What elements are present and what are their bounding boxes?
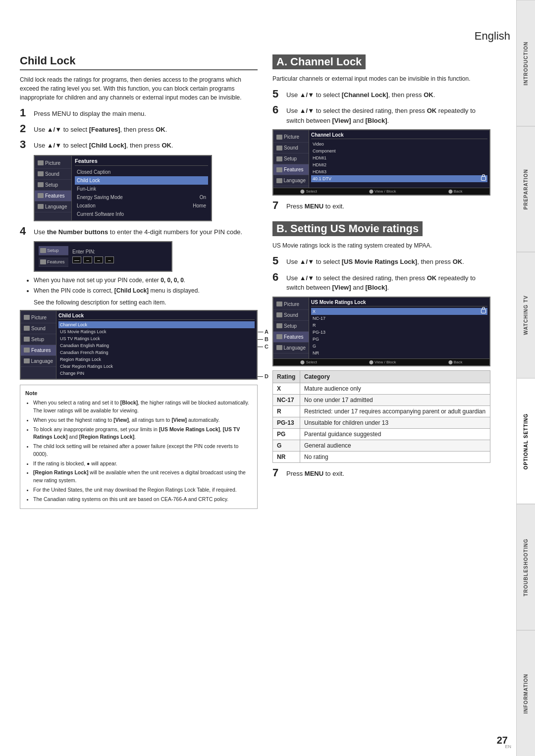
page-sub: EN bbox=[505, 744, 511, 749]
pin-box-1: — bbox=[72, 256, 81, 263]
cl-main: Child Lock Channel Lock US Movie Ratings… bbox=[56, 311, 257, 379]
ch-hdmi2: HDMI2 bbox=[311, 161, 487, 168]
tab-introduction[interactable]: INTRODUCTION bbox=[517, 0, 535, 126]
label-c: — C bbox=[258, 344, 268, 350]
channel-step-6-num: 6 bbox=[272, 104, 286, 116]
child-lock-description: Child lock reads the ratings for program… bbox=[20, 75, 258, 102]
rating-table: Rating Category X Mature audience only N… bbox=[272, 370, 490, 463]
note-list: When you select a rating and set it to [… bbox=[33, 399, 252, 503]
tab-information[interactable]: INFORMATION bbox=[517, 630, 535, 756]
menu-energy: Energy Saving ModeOn bbox=[75, 193, 208, 202]
cl-language: Language bbox=[21, 356, 56, 367]
pin-boxes: — – – – bbox=[72, 256, 167, 263]
chs-setup: Setup bbox=[273, 153, 309, 164]
pin-bullets: When you have not set up your PIN code, … bbox=[34, 276, 258, 295]
pin-box-4: – bbox=[105, 256, 114, 263]
step-1-text: Press MENU to display the main menu. bbox=[34, 107, 146, 119]
tab-watching[interactable]: WATCHING TV bbox=[517, 252, 535, 378]
rating-pg-cell: PG bbox=[273, 428, 300, 440]
category-col-header: Category bbox=[300, 370, 490, 383]
menu-location: LocationHome bbox=[75, 202, 208, 210]
step-1: 1 Press MENU to display the main menu. bbox=[20, 107, 258, 119]
movie-step-6-num: 6 bbox=[272, 271, 286, 283]
step-2-text: Use ▲/▼ to select [Features], then press… bbox=[34, 123, 167, 135]
rating-x: X bbox=[311, 308, 487, 315]
category-g-cell: General audience bbox=[300, 440, 490, 451]
rating-g-cell: G bbox=[273, 440, 300, 451]
rating-r: R bbox=[311, 322, 487, 329]
table-row: R Restricted: under 17 requires accompan… bbox=[273, 405, 490, 417]
menu-child-lock: Child Lock bbox=[75, 176, 208, 185]
ch-hdmi1: HDMI1 bbox=[311, 154, 487, 161]
cl-title: Child Lock bbox=[58, 313, 255, 320]
child-lock-menu-area: Picture Sound Setup Features Language Ch… bbox=[20, 310, 258, 380]
rating-g: G bbox=[311, 343, 487, 350]
category-r-cell: Restricted: under 17 requires accompanyi… bbox=[300, 405, 490, 417]
pin-setup: Setup bbox=[39, 246, 68, 255]
movie-screen-sidebar: Picture Sound Setup Features Language bbox=[273, 298, 309, 358]
rating-r-cell: R bbox=[273, 405, 300, 417]
pin-box-2: – bbox=[83, 256, 92, 263]
channel-step-6-text: Use ▲/▼ to select the desired rating, th… bbox=[286, 104, 490, 125]
cl-clear-region: Clear Region Ratings Lock bbox=[58, 363, 255, 370]
chs-language: Language bbox=[273, 175, 309, 186]
us-movie-screen: Picture Sound Setup Features Language US… bbox=[272, 297, 490, 366]
movie-screen-footer: ⬤ Select ⬤ View / Block ⬤ Back bbox=[273, 358, 489, 365]
channel-step-5-text: Use ▲/▼ to select [Channel Lock], then p… bbox=[286, 88, 435, 100]
cl-picture: Picture bbox=[21, 312, 56, 323]
movie-step-5: 5 Use ▲/▼ to select [US Movie Ratings Lo… bbox=[272, 255, 490, 267]
movie-step-6-text: Use ▲/▼ to select the desired rating, th… bbox=[286, 271, 490, 293]
table-row: PG Parental guidance suggested bbox=[273, 428, 490, 440]
features-screen-sidebar: Picture Sound Setup Features Language bbox=[35, 156, 72, 220]
note-title: Note bbox=[25, 389, 252, 398]
pin-entry-area: Enter PIN: — – – – bbox=[72, 249, 167, 263]
pin-screen: Setup Features Enter PIN: — – – – bbox=[34, 241, 172, 272]
channel-step-5: 5 Use ▲/▼ to select [Channel Lock], then… bbox=[272, 88, 490, 100]
features-menu: Features Closed Caption Child Lock Fun-L… bbox=[72, 156, 211, 220]
channel-screen-sidebar: Picture Sound Setup Features Language bbox=[273, 130, 309, 188]
cl-canadian-english: Canadian English Rating bbox=[58, 342, 255, 349]
movie-screen-title: US Movie Ratings Lock bbox=[311, 300, 487, 306]
sidebar-sound: Sound bbox=[35, 169, 71, 180]
chs-sound: Sound bbox=[273, 143, 309, 153]
rating-pg: PG bbox=[311, 336, 487, 343]
rating-nc17: NC-17 bbox=[311, 315, 487, 322]
step-1-num: 1 bbox=[20, 107, 34, 119]
tab-optional[interactable]: OPTIONAL SETTING bbox=[517, 378, 535, 504]
rating-pg13-cell: PG-13 bbox=[273, 417, 300, 428]
movie-step-7: 7 Press MENU to exit. bbox=[272, 467, 490, 479]
note-2: When you set the highest rating to [View… bbox=[33, 416, 252, 424]
channel-lock-title: A. Channel Lock bbox=[272, 54, 366, 69]
step-4-num: 4 bbox=[20, 225, 34, 237]
features-menu-title: Features bbox=[75, 158, 208, 166]
rating-pg13: PG-13 bbox=[311, 329, 487, 336]
pin-box-3: – bbox=[94, 256, 103, 263]
label-d: — D bbox=[258, 373, 268, 379]
channel-step-5-num: 5 bbox=[272, 88, 286, 100]
channel-screen-main: Channel Lock Video Component HDMI1 HDMI2… bbox=[309, 130, 489, 188]
tab-preparation[interactable]: PREPARATION bbox=[517, 126, 535, 252]
note-6: [Region Ratings Lock] will be available … bbox=[33, 469, 252, 485]
pin-sidebar: Setup Features bbox=[39, 246, 68, 267]
cl-sidebar: Picture Sound Setup Features Language bbox=[21, 311, 56, 379]
step-4: 4 Use the Number buttons to enter the 4-… bbox=[20, 225, 258, 237]
cl-us-tv: US TV Ratings Lock bbox=[58, 335, 255, 342]
channel-screen-footer: ⬤ Select ⬤ View / Block ⬤ Back bbox=[273, 188, 489, 195]
child-lock-title: Child Lock bbox=[20, 54, 258, 70]
sidebar-features: Features bbox=[35, 191, 71, 202]
rating-nr: NR bbox=[311, 350, 487, 356]
channel-lock-desc: Particular channels or external input mo… bbox=[272, 74, 490, 83]
category-nr-cell: No rating bbox=[300, 451, 490, 462]
note-5: If the rating is blocked, ● will appear. bbox=[33, 460, 252, 468]
cl-canadian-french: Canadian French Rating bbox=[58, 349, 255, 356]
note-4: The child lock setting will be retained … bbox=[33, 443, 252, 458]
category-x-cell: Mature audience only bbox=[300, 383, 490, 394]
cl-channel-lock: Channel Lock bbox=[58, 321, 255, 328]
pin-features: Features bbox=[39, 257, 68, 267]
language-label: English bbox=[475, 30, 510, 43]
child-lock-screen: Picture Sound Setup Features Language Ch… bbox=[20, 310, 258, 380]
step-3-text: Use ▲/▼ to select [Child Lock], then pre… bbox=[34, 139, 173, 151]
tab-troubleshooting[interactable]: TROUBLESHOOTING bbox=[517, 504, 535, 630]
channel-step-7-text: Press MENU to exit. bbox=[286, 200, 344, 211]
label-a: — A bbox=[258, 329, 268, 335]
